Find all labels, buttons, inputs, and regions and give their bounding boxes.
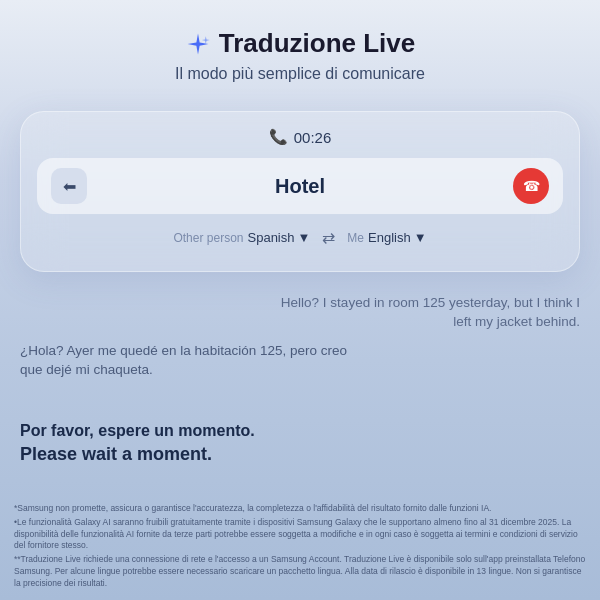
back-icon: ⬅ [63,177,76,196]
end-call-button[interactable]: ☎ [513,168,549,204]
footer-line1: *Samsung non promette, assicura o garant… [14,503,586,515]
title-text: Traduzione Live [219,28,416,59]
timer-value: 00:26 [294,129,332,146]
call-timer: 📞 00:26 [37,128,563,146]
phone-icon: 📞 [269,128,288,146]
footer-line3: **Traduzione Live richiede una connessio… [14,554,586,590]
end-call-icon: ☎ [523,178,540,194]
app-title: Traduzione Live [20,28,580,59]
chat-area: Hello? I stayed in room 125 yesterday, b… [0,284,600,414]
my-lang-select[interactable]: English ▼ [368,230,427,245]
chat-bubble-translated: ¿Hola? Ayer me quedé en la habitación 12… [20,342,580,380]
footer-line2: •Le funzionalità Galaxy AI saranno fruib… [14,517,586,553]
other-lang-value: Spanish [248,230,295,245]
footer-disclaimer: *Samsung non promette, assicura o garant… [14,503,586,592]
me-label: Me [347,231,364,245]
message-translated-text: ¿Hola? Ayer me quedé en la habitación 12… [20,342,360,380]
my-lang-chevron-icon: ▼ [414,230,427,245]
other-person-lang-group: Other person Spanish ▼ [173,230,310,245]
other-lang-select[interactable]: Spanish ▼ [248,230,311,245]
contact-name: Hotel [87,175,513,198]
back-button[interactable]: ⬅ [51,168,87,204]
my-lang-value: English [368,230,411,245]
sparkle-icon [185,31,211,57]
message-original-text: Hello? I stayed in room 125 yesterday, b… [260,294,580,332]
live-translation-spanish: Por favor, espere un momento. [20,422,580,440]
live-translation-area: Por favor, espere un momento. Please wai… [0,414,600,477]
top-section: Traduzione Live Il modo più semplice di … [0,0,600,99]
call-row: ⬅ Hotel ☎ [37,158,563,214]
chat-bubble-original: Hello? I stayed in room 125 yesterday, b… [20,294,580,332]
language-row: Other person Spanish ▼ ⇄ Me English ▼ [37,224,563,251]
live-translation-english: Please wait a moment. [20,444,580,465]
phone-card: 📞 00:26 ⬅ Hotel ☎ Other person Spanish ▼… [20,111,580,272]
my-lang-group: Me English ▼ [347,230,426,245]
other-person-label: Other person [173,231,243,245]
app-subtitle: Il modo più semplice di comunicare [20,65,580,83]
swap-languages-button[interactable]: ⇄ [322,228,335,247]
other-lang-chevron-icon: ▼ [297,230,310,245]
